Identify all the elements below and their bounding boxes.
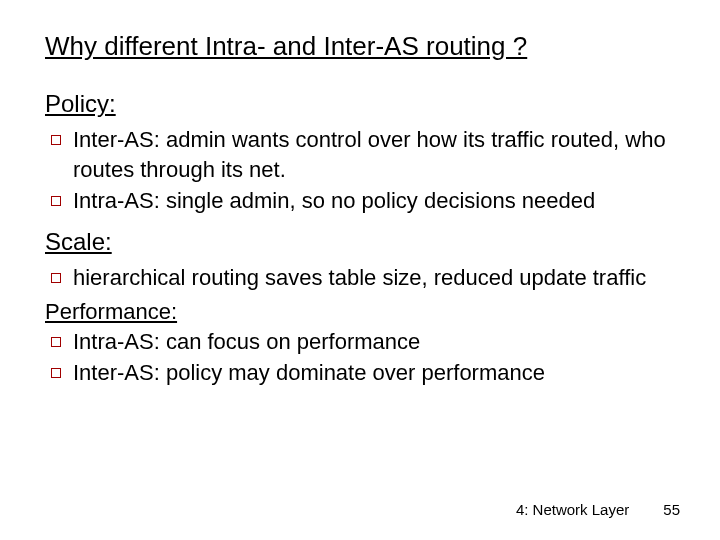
bullet-list-performance: Intra-AS: can focus on performance Inter… <box>45 327 680 388</box>
list-item: Inter-AS: policy may dominate over perfo… <box>45 358 680 388</box>
bullet-list-scale: hierarchical routing saves table size, r… <box>45 263 680 293</box>
footer-page-number: 55 <box>663 501 680 518</box>
bullet-list-policy: Inter-AS: admin wants control over how i… <box>45 125 680 216</box>
slide: Why different Intra- and Inter-AS routin… <box>0 0 720 540</box>
slide-footer: 4: Network Layer 55 <box>516 501 680 518</box>
list-item: Inter-AS: admin wants control over how i… <box>45 125 680 184</box>
section-heading-policy: Policy: <box>45 88 680 119</box>
list-item: Intra-AS: can focus on performance <box>45 327 680 357</box>
slide-title: Why different Intra- and Inter-AS routin… <box>45 30 680 64</box>
footer-chapter: 4: Network Layer <box>516 501 629 518</box>
list-item: Intra-AS: single admin, so no policy dec… <box>45 186 680 216</box>
section-heading-scale: Scale: <box>45 226 680 257</box>
section-heading-performance: Performance: <box>45 297 680 327</box>
list-item: hierarchical routing saves table size, r… <box>45 263 680 293</box>
